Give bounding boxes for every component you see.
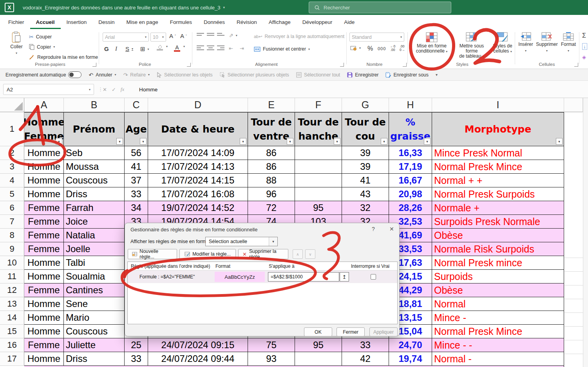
row-header-4[interactable]: 4 xyxy=(0,174,24,187)
cell-G2[interactable]: 39 xyxy=(342,146,389,160)
tab-accueil[interactable]: Accueil xyxy=(30,15,61,29)
row-header-5[interactable]: 5 xyxy=(0,187,24,201)
edit-rule-button[interactable]: Modifier la règle... xyxy=(179,249,236,259)
cell-A16[interactable]: Femme xyxy=(24,338,64,352)
cell-E2[interactable]: 86 xyxy=(248,146,295,160)
rules-scope-select[interactable]: Sélection actuelle ▾ xyxy=(205,237,278,246)
cell-G5[interactable]: 43 xyxy=(342,187,389,201)
cell-F16[interactable]: 95 xyxy=(295,338,342,352)
vertical-scrollbar[interactable] xyxy=(583,98,588,367)
tab-d-veloppeur[interactable]: Développeur xyxy=(297,15,338,29)
cell-A13[interactable]: Homme xyxy=(24,297,64,311)
decrease-font-button[interactable]: Aˇ xyxy=(180,33,187,39)
underline-button[interactable]: S▾ xyxy=(125,45,133,52)
filter-dropdown-icon[interactable]: ▾ xyxy=(56,138,62,145)
tab-aide[interactable]: Aide xyxy=(338,15,360,29)
tab-formules[interactable]: Formules xyxy=(164,15,198,29)
cell-I9[interactable]: Normale Risk Surpoids xyxy=(432,242,564,256)
undo-button[interactable]: ↶Annuler▾ xyxy=(89,72,116,78)
cell-I13[interactable]: Normal xyxy=(432,297,564,311)
cell-G6[interactable]: 32 xyxy=(342,201,389,215)
cell-H17[interactable]: 19,74 xyxy=(389,352,432,366)
increase-decimal-button[interactable]: ←0.00 xyxy=(390,45,395,52)
row-header-13[interactable]: 13 xyxy=(0,297,24,311)
dialog-launcher-icon[interactable] xyxy=(403,63,407,67)
cell-E6[interactable]: 72 xyxy=(248,201,295,215)
cell-G16[interactable]: 33 xyxy=(342,338,389,352)
orientation-button[interactable]: ⇗▾ xyxy=(229,32,237,38)
cell-D5[interactable]: 17/07/2024 16:08 xyxy=(148,187,248,201)
cell-A4[interactable]: Homme xyxy=(24,174,64,187)
cell-B6[interactable]: Farrah xyxy=(64,201,125,215)
cell-A3[interactable]: Homme xyxy=(24,160,64,174)
cell-I14[interactable]: Mince - xyxy=(432,311,564,325)
column-header-E[interactable]: E xyxy=(248,98,295,112)
cell-B12[interactable]: Cantines xyxy=(64,283,125,297)
enter-icon[interactable]: ✓ xyxy=(112,87,116,93)
column-header-F[interactable]: F xyxy=(295,98,342,112)
cell-H2[interactable]: 16,33 xyxy=(389,146,432,160)
dialog-launcher-icon[interactable] xyxy=(92,63,96,67)
cell-I12[interactable]: Obèse xyxy=(432,283,564,297)
cell-B10[interactable]: Talbi xyxy=(64,256,125,270)
bold-button[interactable]: G xyxy=(104,45,109,52)
cell-I16[interactable]: Mince - - xyxy=(432,338,564,352)
align-top-button[interactable] xyxy=(197,33,204,36)
format-painter-button[interactable]: Reproduire la mise en forme xyxy=(29,54,98,60)
tab-r-vision[interactable]: Révision xyxy=(231,15,263,29)
filter-dropdown-icon[interactable]: ▾ xyxy=(116,138,123,145)
row-header-7[interactable]: 7 xyxy=(0,215,24,229)
row-header-1[interactable]: 1 xyxy=(0,112,24,146)
cell-I15[interactable]: Normal Presk Mince xyxy=(432,325,564,338)
decrease-indent-button[interactable]: ⇤ xyxy=(229,45,233,51)
cell-A7[interactable]: Femme xyxy=(24,215,64,229)
cell-H4[interactable]: 16,67 xyxy=(389,174,432,187)
merge-center-button[interactable]: Fusionner et centrer▾ xyxy=(254,46,310,52)
row-header-15[interactable]: 15 xyxy=(0,325,24,338)
font-family-select[interactable]: Arial▾ xyxy=(103,33,149,42)
name-box[interactable]: A2 ▾ xyxy=(3,84,94,95)
cell-B13[interactable]: Sene xyxy=(64,297,125,311)
accounting-format-button[interactable]: ▾ xyxy=(350,45,361,51)
align-center-button[interactable] xyxy=(207,45,214,50)
cell-A9[interactable]: Femme xyxy=(24,242,64,256)
fill-down-button[interactable]: ↓ xyxy=(582,43,587,50)
cell-B15[interactable]: Couscous xyxy=(64,325,125,338)
cell-H16[interactable]: 24,70 xyxy=(389,338,432,352)
cell-B5[interactable]: Driss xyxy=(64,187,125,201)
header-cell-E1[interactable]: Tour deventre▾ xyxy=(248,112,295,146)
column-header-blank[interactable] xyxy=(564,98,583,112)
number-format-select[interactable]: Standard▾ xyxy=(349,33,404,42)
cell-B2[interactable]: Seb xyxy=(64,146,125,160)
tab-mise-en-page[interactable]: Mise en page xyxy=(121,15,164,29)
filter-dropdown-icon[interactable]: ▾ xyxy=(556,138,563,145)
select-all-button[interactable]: Sélectionner tout xyxy=(296,72,340,78)
column-header-I[interactable]: I xyxy=(432,98,564,112)
cell-B9[interactable]: Joelle xyxy=(64,242,125,256)
filter-dropdown-icon[interactable]: ▾ xyxy=(334,138,340,145)
font-color-button[interactable]: A xyxy=(174,44,180,52)
row-header-10[interactable]: 10 xyxy=(0,256,24,270)
filter-dropdown-icon[interactable]: ▾ xyxy=(381,138,387,145)
stop-if-true-checkbox[interactable] xyxy=(371,274,376,280)
cell-D17[interactable]: 24/07/2024 09:44 xyxy=(148,352,248,366)
new-rule-button[interactable]: Nouvelle règle... xyxy=(128,249,177,259)
filter-dropdown-icon[interactable]: ▾ xyxy=(287,138,293,145)
paste-button[interactable]: Coller ▾ xyxy=(7,31,26,56)
cell-styles-button[interactable]: Styles decellules ▾ xyxy=(490,32,515,54)
cell-A12[interactable]: Femme xyxy=(24,283,64,297)
filter-dropdown-icon[interactable]: ▾ xyxy=(240,138,246,145)
cell-F2[interactable] xyxy=(295,146,342,160)
autosum-button[interactable]: Σ xyxy=(582,32,586,39)
cell-E16[interactable]: 75 xyxy=(248,338,295,352)
cell-I17[interactable]: Normal - xyxy=(432,352,564,366)
cell-B14[interactable]: Mario xyxy=(64,311,125,325)
cell-I5[interactable]: Normal Presk Surpoids xyxy=(432,187,564,201)
cancel-icon[interactable]: ✕ xyxy=(103,87,107,93)
rule-row[interactable]: Formule : =$A2="FEMME" AaBbCcYyZz =$A$2:… xyxy=(128,271,397,283)
comma-style-button[interactable]: 000 xyxy=(378,46,386,51)
cell-B11[interactable]: Soualmia xyxy=(64,270,125,283)
insert-cells-button[interactable]: Insérer▾ xyxy=(517,32,534,53)
filter-dropdown-icon[interactable]: ▾ xyxy=(140,138,147,145)
cell-D2[interactable]: 17/07/2024 14:09 xyxy=(148,146,248,160)
